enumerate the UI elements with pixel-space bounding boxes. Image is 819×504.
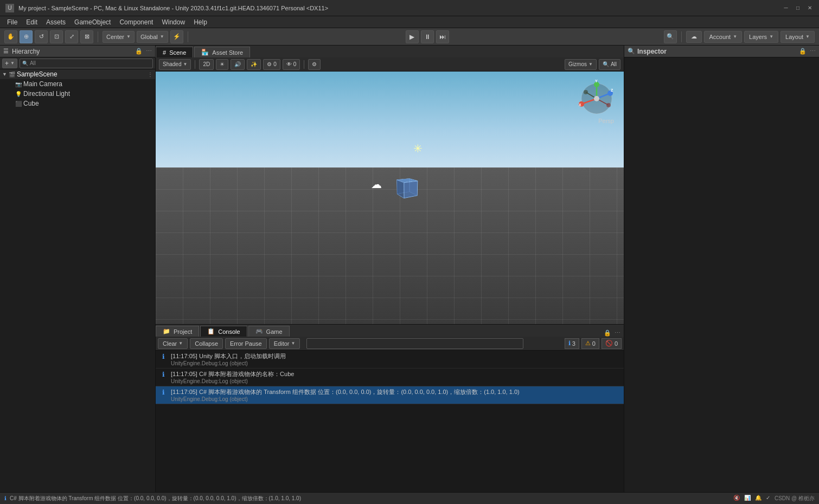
log-entry-0[interactable]: ℹ [11:17:05] Unity 脚本入口，启动加载时调用 UnityEng… [156, 351, 624, 369]
audio-button[interactable]: 🔊 [231, 59, 245, 70]
move-tool-button[interactable]: ⊕ [20, 30, 33, 43]
console-search-input[interactable] [306, 338, 523, 349]
log-text-0: [11:17:05] Unity 脚本入口，启动加载时调用 UnityEngin… [171, 352, 620, 366]
log-sub-1: UnityEngine.Debug:Log (object) [171, 378, 620, 384]
status-mute-icon[interactable]: 🔇 [733, 495, 740, 502]
project-tab-icon: 📁 [163, 328, 170, 335]
status-notify-icon[interactable]: 🔔 [755, 495, 762, 502]
collapse-button[interactable]: Collapse [190, 338, 223, 349]
scene-viewport[interactable]: ☁ [156, 72, 624, 324]
play-button[interactable]: ▶ [406, 30, 419, 43]
cloud-button[interactable]: ☁ [686, 31, 702, 43]
scale-tool-button[interactable]: ⊡ [50, 30, 63, 43]
fx-button[interactable]: ✨ [247, 59, 261, 70]
hierarchy-search-placeholder: All [30, 60, 36, 66]
close-button[interactable]: ✕ [806, 4, 814, 12]
tab-scene[interactable]: # Scene [156, 47, 193, 57]
scene-icon: 🎬 [9, 72, 15, 77]
scene-gizmo[interactable]: X Y Z [575, 77, 618, 120]
log-time-0: [11:17:05] [171, 353, 199, 359]
collab-button[interactable]: ⚡ [170, 30, 183, 43]
search-button[interactable]: 🔍 [664, 30, 677, 43]
console-count-badges: ℹ 3 ⚠ 0 🚫 0 [565, 338, 622, 349]
error-count: 0 [615, 340, 618, 347]
status-ok-icon[interactable]: ✓ [766, 495, 770, 502]
log-entry-1[interactable]: ℹ [11:17:05] C# 脚本附着游戏物体的名称：Cube UnityEn… [156, 369, 624, 386]
toolbar-separator-3 [681, 31, 682, 42]
shaded-dropdown[interactable]: Shaded ▼ [159, 59, 191, 70]
rotate-tool-button[interactable]: ↺ [35, 30, 48, 43]
status-icon: ℹ [4, 495, 7, 501]
scene-camera-button[interactable]: ⚙ 0 [263, 59, 280, 70]
hierarchy-search-bar[interactable]: 🔍 All [20, 59, 153, 68]
clear-dropdown-button[interactable]: Clear ▼ [158, 338, 188, 349]
search-scene-icon: 🔍 [603, 61, 609, 67]
tab-project[interactable]: 📁 Project [156, 326, 199, 337]
main-camera-item[interactable]: 📷 Main Camera [0, 79, 155, 89]
rect-tool-button[interactable]: ⤢ [65, 30, 78, 43]
clear-label: Clear [163, 340, 177, 347]
hierarchy-lock-icon[interactable]: 🔒 [135, 48, 143, 55]
menu-assets[interactable]: Assets [42, 17, 70, 27]
scene-root-item[interactable]: ▼ 🎬 SampleScene ⋮ [0, 69, 155, 79]
bottom-more-icon[interactable]: ⋯ [615, 329, 620, 337]
tab-asset-store[interactable]: 🏪 Asset Store [194, 47, 250, 57]
editor-arrow: ▼ [291, 341, 295, 346]
hierarchy-more-icon[interactable]: ⋯ [146, 48, 152, 55]
tab-game[interactable]: 🎮 Game [248, 326, 290, 337]
layout-dropdown[interactable]: Layout ▼ [780, 31, 815, 43]
2d-button[interactable]: 2D [199, 59, 214, 70]
cube-item[interactable]: ⬛ Cube [0, 99, 155, 108]
scene-grid [156, 167, 624, 324]
center-dropdown[interactable]: Center ▼ [103, 31, 135, 43]
log-entry-2[interactable]: ℹ [11:17:05] C# 脚本附着游戏物体的 Transform 组件数据… [156, 386, 624, 404]
hierarchy-title: Hierarchy [12, 48, 40, 55]
error-icon: 🚫 [605, 340, 613, 347]
svg-text:Z: Z [611, 88, 613, 92]
status-text: C# 脚本附着游戏物体的 Transform 组件数据 位置：(0.0, 0.0… [10, 495, 301, 502]
scene-tools-button[interactable]: ⚙ [308, 59, 321, 70]
hierarchy-empty-area [0, 281, 155, 492]
log-time-2: [11:17:05] [171, 389, 199, 395]
account-dropdown[interactable]: Account ▼ [704, 31, 742, 43]
global-dropdown-arrow: ▼ [160, 34, 164, 39]
inspector-lock-icon[interactable]: 🔒 [799, 48, 807, 55]
inspector-more-icon[interactable]: ⋯ [810, 48, 816, 55]
layers-dropdown-arrow: ▼ [769, 34, 773, 39]
directional-light-item[interactable]: 💡 Directional Light [0, 89, 155, 99]
menu-file[interactable]: File [3, 17, 22, 27]
menu-window[interactable]: Window [157, 17, 189, 27]
inspector-content [624, 57, 819, 492]
editor-label: Editor [274, 340, 290, 347]
bottom-lock-icon[interactable]: 🔒 [604, 329, 611, 337]
transform-tool-button[interactable]: ⊠ [80, 30, 93, 43]
hierarchy-add-button[interactable]: + ▼ [2, 59, 17, 68]
scene-more-icon[interactable]: ⋮ [148, 72, 153, 77]
global-dropdown[interactable]: Global ▼ [137, 31, 168, 43]
layers-dropdown[interactable]: Layers ▼ [744, 31, 778, 43]
hierarchy-toolbar: + ▼ 🔍 All [0, 57, 155, 69]
shaded-label: Shaded [163, 61, 181, 67]
maximize-button[interactable]: □ [794, 4, 802, 12]
error-pause-button[interactable]: Error Pause [225, 338, 267, 349]
hand-tool-button[interactable]: ✋ [4, 30, 17, 43]
hierarchy-header: ☰ Hierarchy 🔒 ⋯ [0, 46, 155, 57]
lighting-button[interactable]: ☀ [216, 59, 228, 70]
svg-text:Y: Y [595, 79, 598, 83]
status-graph-icon[interactable]: 📊 [744, 495, 751, 502]
editor-dropdown-button[interactable]: Editor ▼ [269, 338, 300, 349]
minimize-button[interactable]: ─ [782, 4, 790, 12]
menu-gameobject[interactable]: GameObject [70, 17, 115, 27]
step-button[interactable]: ⏭ [436, 30, 449, 43]
search-all-button[interactable]: 🔍 All [599, 59, 620, 70]
tab-console[interactable]: 📋 Console [200, 326, 247, 337]
pause-button[interactable]: ⏸ [421, 30, 434, 43]
toolbar-separator-2 [188, 31, 188, 42]
gizmos-dropdown[interactable]: Gizmos ▼ [565, 59, 597, 70]
hidden-objects-button[interactable]: 👁 0 [283, 59, 300, 70]
game-tab-label: Game [266, 328, 283, 335]
hidden-objects-icon: 👁 [286, 61, 292, 67]
menu-help[interactable]: Help [189, 17, 212, 27]
menu-component[interactable]: Component [115, 17, 157, 27]
menu-edit[interactable]: Edit [22, 17, 42, 27]
